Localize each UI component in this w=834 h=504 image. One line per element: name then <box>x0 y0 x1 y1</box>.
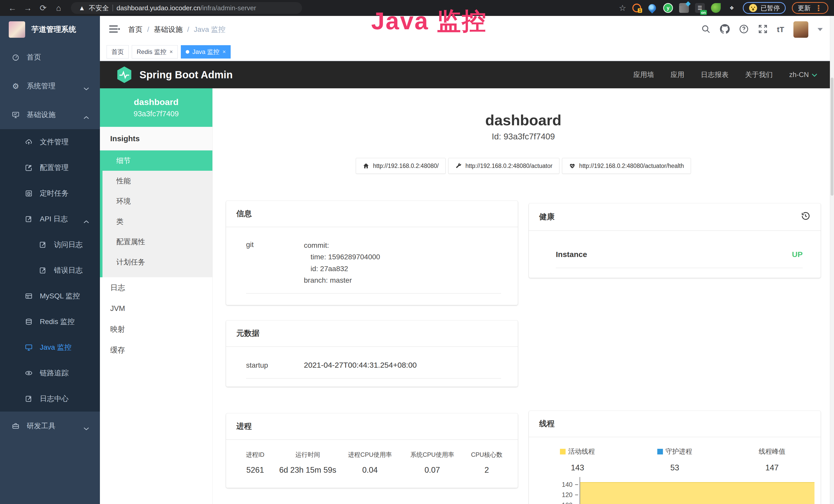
sba-item-scheduled-tasks[interactable]: 计划任务 <box>103 252 213 272</box>
sba-item-classes[interactable]: 类 <box>103 211 213 232</box>
sba-item-mappings[interactable]: 映射 <box>100 319 213 340</box>
actuator-url: http://192.168.0.2:48080/actuator <box>465 162 552 169</box>
breadcrumb-separator: / <box>147 25 149 33</box>
process-column: 进程CPU使用率 0.04 <box>339 451 401 475</box>
process-col-value: 0.04 <box>341 465 399 475</box>
tab-home[interactable]: 首页 <box>107 45 129 59</box>
wrench-icon <box>455 162 462 169</box>
forward-icon[interactable]: → <box>21 0 35 16</box>
sidebar-item-devtools[interactable]: 研发工具 <box>0 412 100 440</box>
sba-item-logs[interactable]: 日志 <box>100 277 213 298</box>
sidebar-item-mysql[interactable]: MySQL 监控 <box>0 283 100 309</box>
hamburger-icon[interactable] <box>109 25 120 35</box>
sba-item-jvm[interactable]: JVM <box>100 298 213 319</box>
locale-selector[interactable]: zh-CN <box>789 71 817 79</box>
scrollbar-thumb[interactable] <box>831 77 833 196</box>
sba-nav-about[interactable]: 关于我们 <box>745 70 773 79</box>
content-column: 首页 / 基础设施 / Java 监控 tT 首页 Redis 监控 <box>100 16 834 504</box>
history-icon[interactable] <box>800 211 810 223</box>
dashboard-icon <box>11 53 20 62</box>
tab-java[interactable]: Java 监控 × <box>181 45 231 59</box>
header-actions: tT <box>701 21 823 38</box>
extensions-puzzle-icon[interactable]: ❖ <box>727 3 737 13</box>
help-icon[interactable] <box>739 24 749 35</box>
instance-url-button[interactable]: http://192.168.0.2:48080/ <box>356 158 446 174</box>
sba-nav-applications[interactable]: 应用 <box>671 70 684 79</box>
legend-label: 活动线程 <box>568 447 595 456</box>
extension-icon-4[interactable] <box>679 3 689 13</box>
user-avatar[interactable] <box>793 21 808 38</box>
legend-item: 守护进程 53 <box>626 447 724 473</box>
sidebar-item-log-center[interactable]: 日志中心 <box>0 386 100 412</box>
update-button[interactable]: 更新 ⋮ <box>792 2 828 14</box>
sidebar-item-access-log[interactable]: 访问日志 <box>0 232 100 257</box>
search-icon[interactable] <box>701 24 711 35</box>
sidebar-item-java[interactable]: Java 监控 <box>0 335 100 360</box>
scrollbar[interactable] <box>830 16 834 504</box>
breadcrumb: 首页 / 基础设施 / Java 监控 <box>128 25 225 35</box>
sba-item-caches[interactable]: 缓存 <box>100 340 213 361</box>
sidebar-item-api-log[interactable]: API 日志 <box>0 206 100 232</box>
sidebar-item-config[interactable]: 配置管理 <box>0 155 100 181</box>
sba-nav-wallboard[interactable]: 应用墙 <box>633 70 654 79</box>
extension-icon-2[interactable] <box>647 3 657 13</box>
extension-icon-1[interactable]: 1 <box>632 4 641 12</box>
fullscreen-icon[interactable] <box>758 24 768 35</box>
git-id-line: id: 27aa832 <box>304 263 501 274</box>
extension-icon-3[interactable]: y <box>663 3 673 13</box>
close-icon[interactable]: × <box>222 48 226 55</box>
close-icon[interactable]: × <box>170 48 173 55</box>
avatar-caret-icon[interactable] <box>817 28 823 31</box>
sba-item-metrics[interactable]: 性能 <box>103 171 213 191</box>
sba-item-details[interactable]: 细节 <box>100 151 213 171</box>
sidebar-item-job[interactable]: 定时任务 <box>0 181 100 206</box>
sidebar-item-trace[interactable]: 链路追踪 <box>0 360 100 386</box>
legend-swatch-daemon <box>657 449 663 455</box>
emoji-face-icon <box>749 4 758 12</box>
metadata-card-body: startup 2021-04-27T00:44:31.254+08:00 <box>226 347 518 379</box>
sidebar-item-system[interactable]: ⚙ 系统管理 <box>0 72 100 100</box>
breadcrumb-infra[interactable]: 基础设施 <box>154 25 183 35</box>
sidebar-item-infra[interactable]: 基础设施 <box>0 100 100 129</box>
sidebar-item-redis[interactable]: Redis 监控 <box>0 309 100 335</box>
sba-brand[interactable]: Spring Boot Admin <box>139 69 233 81</box>
address-bar[interactable]: ▲ 不安全 dashboard.yudao.iocoder.cn/infra/a… <box>71 2 302 14</box>
tags-view-bar: 首页 Redis 监控 × Java 监控 × <box>100 43 834 61</box>
extension-icon-6[interactable] <box>711 3 721 13</box>
github-icon[interactable] <box>720 24 730 35</box>
legend-value: 143 <box>529 463 626 473</box>
sba-app-header[interactable]: dashboard 93a3fc7f7409 <box>100 88 213 127</box>
axis-tick-mark <box>575 495 578 495</box>
sidebar-item-label: Redis 监控 <box>40 317 74 327</box>
y-axis-tick: 140 <box>544 481 572 488</box>
tab-redis[interactable]: Redis 监控 × <box>132 45 178 59</box>
actuator-url-button[interactable]: http://192.168.0.2:48080/actuator <box>448 158 559 174</box>
breadcrumb-home[interactable]: 首页 <box>128 25 142 35</box>
text-size-icon[interactable]: tT <box>777 25 784 34</box>
app-logo[interactable]: 芋道管理系统 <box>0 16 100 43</box>
extension-icon-5[interactable]: ☰on <box>695 3 705 13</box>
paused-profile-badge[interactable]: 已暂停 <box>743 2 786 14</box>
bookmark-star-icon[interactable]: ☆ <box>619 3 626 13</box>
sba-item-config-props[interactable]: 配置属性 <box>103 232 213 252</box>
card-title: 元数据 <box>226 320 518 347</box>
home-icon[interactable]: ⌂ <box>52 0 65 16</box>
browser-menu-icon[interactable]: ⋮ <box>815 4 822 13</box>
sba-nav-journal[interactable]: 日志报表 <box>701 70 728 79</box>
sidebar-item-file[interactable]: 文件管理 <box>0 129 100 155</box>
legend-value: 53 <box>626 463 724 473</box>
back-icon[interactable]: ← <box>6 0 19 16</box>
sidebar-item-error-log[interactable]: 错误日志 <box>0 257 100 283</box>
sba-item-environment[interactable]: 环境 <box>103 191 213 211</box>
extension-badge-count: 1 <box>638 8 642 13</box>
health-url-button[interactable]: http://192.168.0.2:48080/actuator/health <box>562 158 691 174</box>
sidebar-item-label: 系统管理 <box>27 81 56 91</box>
metadata-key: startup <box>246 360 304 369</box>
threads-chart: 140 120 100 <box>544 477 814 504</box>
page-title: dashboard <box>226 113 821 128</box>
sba-nav: 应用墙 应用 日志报表 关于我们 zh-CN <box>633 70 817 79</box>
sba-logo-icon[interactable] <box>116 66 132 84</box>
sba-app-id: 93a3fc7f7409 <box>134 110 179 118</box>
sidebar-item-home[interactable]: 首页 <box>0 43 100 72</box>
reload-icon[interactable]: ⟳ <box>37 0 50 16</box>
